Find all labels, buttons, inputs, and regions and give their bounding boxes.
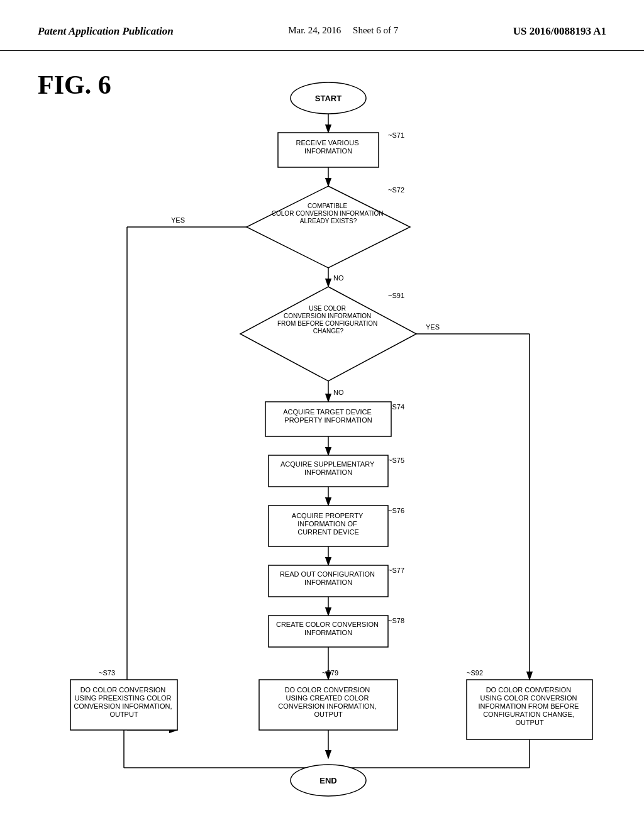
end-label: END	[319, 776, 336, 785]
header-left: Patent Application Publication	[38, 25, 174, 38]
s76-step: ~S76	[388, 507, 404, 514]
s92-step: ~S92	[467, 669, 483, 677]
s73-step: ~S73	[99, 669, 115, 677]
s77-step: ~S77	[388, 567, 404, 574]
header-sheet: Sheet 6 of 7	[353, 25, 398, 35]
header-right: US 2016/0088193 A1	[513, 25, 606, 38]
s75-step: ~S75	[388, 456, 404, 464]
s72-diamond	[247, 186, 410, 268]
header-date: Mar. 24, 2016	[288, 25, 341, 35]
s76-label: ACQUIRE PROPERTY INFORMATION OF CURRENT …	[292, 512, 365, 536]
header-center: Mar. 24, 2016 Sheet 6 of 7	[288, 25, 398, 36]
s72-no-label: NO	[333, 274, 344, 282]
s78-step: ~S78	[388, 617, 404, 624]
s72-yes-label: YES	[171, 216, 185, 224]
flowchart-svg: START RECEIVE VARIOUS INFORMATION ~S71 ~…	[52, 70, 618, 824]
s79-step: ~S79	[322, 669, 338, 677]
s74-label: ACQUIRE TARGET DEVICE PROPERTY INFORMATI…	[283, 408, 374, 424]
s91-no-label: NO	[333, 389, 344, 396]
content: FIG. 6 START RECEIVE VARIOUS INFORMATION	[0, 57, 644, 830]
s91-step: ~S91	[388, 292, 404, 299]
s71-step: ~S71	[388, 131, 404, 139]
s91-yes-label: YES	[426, 323, 440, 331]
s71-label: RECEIVE VARIOUS INFORMATION	[296, 139, 360, 155]
header: Patent Application Publication Mar. 24, …	[0, 0, 644, 51]
start-label: START	[315, 94, 341, 103]
flowchart: START RECEIVE VARIOUS INFORMATION ~S71 ~…	[52, 70, 592, 824]
page: Patent Application Publication Mar. 24, …	[0, 0, 644, 830]
s72-step: ~S72	[388, 186, 404, 194]
